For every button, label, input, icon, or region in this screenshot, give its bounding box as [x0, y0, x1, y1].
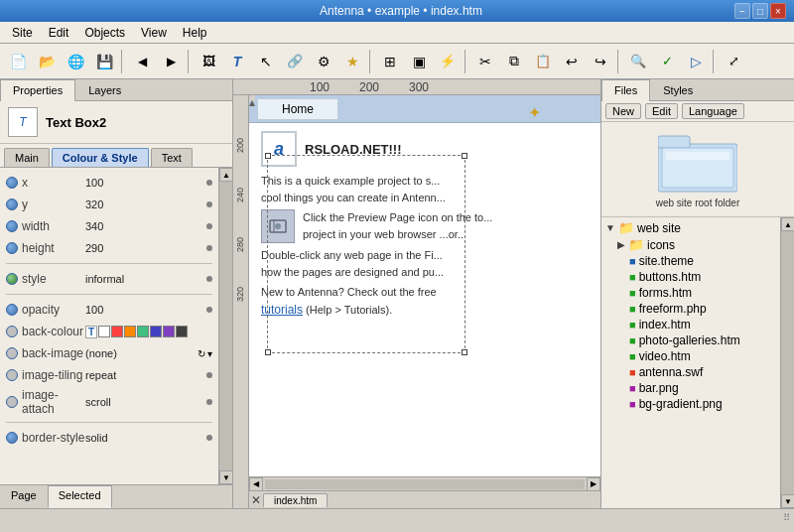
check-button[interactable]	[653, 48, 681, 75]
prop-value-height[interactable]: 290	[85, 242, 202, 254]
prop-value-x[interactable]: 100	[85, 177, 202, 189]
film-button[interactable]	[405, 48, 433, 75]
text-button[interactable]	[223, 48, 251, 75]
canvas-close-icon[interactable]: ✕	[251, 493, 261, 507]
menu-site[interactable]: Site	[4, 24, 41, 42]
bottom-tab-page[interactable]: Page	[0, 485, 48, 508]
tab-layers[interactable]: Layers	[75, 79, 134, 100]
list-item[interactable]: ■ freeform.php	[601, 301, 780, 317]
scissors-button[interactable]	[471, 48, 499, 75]
star-button[interactable]	[338, 48, 366, 75]
swatch-blue[interactable]	[150, 326, 162, 337]
nav-home-btn[interactable]: Home	[257, 98, 338, 120]
right-panel-scrollbar[interactable]: ▲ ▼	[780, 217, 794, 508]
undo-button[interactable]	[558, 48, 586, 75]
list-item[interactable]: ■ video.htm	[601, 348, 780, 364]
scroll-track[interactable]	[219, 182, 232, 470]
files-new-btn[interactable]: New	[605, 103, 641, 119]
menu-edit[interactable]: Edit	[41, 24, 77, 42]
menu-help[interactable]: Help	[175, 24, 215, 42]
file-name: freeform.php	[639, 302, 707, 316]
link-button[interactable]	[281, 48, 309, 75]
list-item[interactable]: ■ buttons.htm	[601, 269, 780, 285]
right-tab-files[interactable]: Files	[601, 79, 650, 101]
tab-properties[interactable]: Properties	[0, 79, 75, 101]
list-item[interactable]: ■ photo-galleries.htm	[601, 332, 780, 348]
scroll-down-btn[interactable]: ▼	[219, 470, 232, 484]
flash-button[interactable]	[434, 48, 462, 75]
prop-title: Text Box2	[46, 115, 106, 130]
right-tab-styles[interactable]: Styles	[650, 79, 706, 100]
files-language-btn[interactable]: Language	[682, 103, 744, 119]
list-item[interactable]: ■ site.theme	[601, 253, 780, 269]
subtab-colour-style[interactable]: Colour & Style	[52, 148, 149, 167]
swatch-teal[interactable]	[137, 326, 149, 337]
minimize-button[interactable]: −	[734, 3, 750, 19]
menu-view[interactable]: View	[133, 24, 175, 42]
swatch-dark[interactable]	[176, 326, 188, 337]
cursor-button[interactable]	[252, 48, 280, 75]
prop-value-y[interactable]: 320	[85, 199, 202, 210]
swatch-orange[interactable]	[124, 326, 136, 337]
subtab-main[interactable]: Main	[4, 148, 50, 167]
close-button[interactable]: ×	[770, 3, 786, 19]
redo-button[interactable]	[587, 48, 614, 75]
copy-button[interactable]	[500, 48, 528, 75]
canvas-h-scrollbar[interactable]: ◀ ▶	[249, 476, 600, 490]
prop-value-image-attach[interactable]: scroll	[85, 396, 202, 408]
maximize-button[interactable]: □	[752, 3, 768, 19]
back-image-dropdown-btn[interactable]: ▾	[207, 348, 212, 359]
list-item[interactable]: ▶ 📁 icons	[601, 236, 780, 253]
back-image-edit-btn[interactable]: ↻	[198, 348, 205, 359]
resize-grip[interactable]: ⠿	[783, 512, 790, 523]
prop-value-style[interactable]: informal	[85, 273, 202, 285]
new-file-button[interactable]	[4, 48, 32, 75]
table-button[interactable]	[376, 48, 404, 75]
h-scroll-track[interactable]	[265, 479, 585, 489]
canvas-page-tab[interactable]: index.htm	[263, 493, 328, 507]
swf-icon: ■	[629, 366, 636, 378]
swatch-red[interactable]	[111, 326, 123, 337]
preview-button[interactable]	[682, 48, 710, 75]
forward-button[interactable]	[157, 48, 185, 75]
list-item[interactable]: ▼ 📁 web site	[601, 219, 780, 236]
back-button[interactable]	[128, 48, 156, 75]
open-file-button[interactable]	[33, 48, 61, 75]
zoom-button[interactable]	[624, 48, 652, 75]
paste-button[interactable]	[529, 48, 557, 75]
canvas-main[interactable]: Home ✦ a RSLOAD.NET!!! This is a quick e…	[249, 95, 600, 508]
right-scroll-up[interactable]: ▲	[781, 217, 794, 231]
menu-objects[interactable]: Objects	[76, 24, 133, 42]
image-button[interactable]	[195, 48, 222, 75]
arrow-multi-button[interactable]	[720, 48, 747, 75]
prop-value-width[interactable]: 340	[85, 220, 202, 232]
site-logo: a	[261, 131, 297, 167]
prop-value-border-style[interactable]: solid	[85, 432, 202, 444]
right-scroll-track[interactable]	[781, 231, 794, 494]
text-color-icon[interactable]: T	[85, 326, 97, 338]
prop-scrollbar[interactable]: ▲ ▼	[218, 168, 232, 484]
prop-value-back-image[interactable]: (none)	[85, 347, 198, 359]
swatch-white[interactable]	[98, 326, 110, 337]
tutorials-link[interactable]: tutorials	[261, 303, 303, 317]
swatch-purple[interactable]	[163, 326, 175, 337]
globe-button[interactable]	[62, 48, 89, 75]
prop-value-image-tiling[interactable]: repeat	[85, 369, 202, 381]
prop-row-x: x 100	[0, 172, 218, 194]
prop-dot-opacity	[206, 307, 212, 313]
save-button[interactable]	[90, 48, 118, 75]
h-scroll-right[interactable]: ▶	[587, 477, 600, 491]
files-edit-btn[interactable]: Edit	[645, 103, 678, 119]
list-item[interactable]: ■ bg-gradient.png	[601, 396, 780, 412]
list-item[interactable]: ■ bar.png	[601, 380, 780, 396]
scroll-up-btn[interactable]: ▲	[219, 168, 232, 182]
subtab-text[interactable]: Text	[151, 148, 193, 167]
list-item[interactable]: ■ index.htm	[601, 317, 780, 332]
list-item[interactable]: ■ forms.htm	[601, 285, 780, 301]
h-scroll-left[interactable]: ◀	[249, 477, 263, 491]
bottom-tab-selected[interactable]: Selected	[48, 485, 112, 508]
right-scroll-down[interactable]: ▼	[781, 494, 794, 508]
puzzle-button[interactable]	[310, 48, 337, 75]
prop-value-opacity[interactable]: 100	[85, 304, 202, 316]
list-item[interactable]: ■ antenna.swf	[601, 364, 780, 380]
